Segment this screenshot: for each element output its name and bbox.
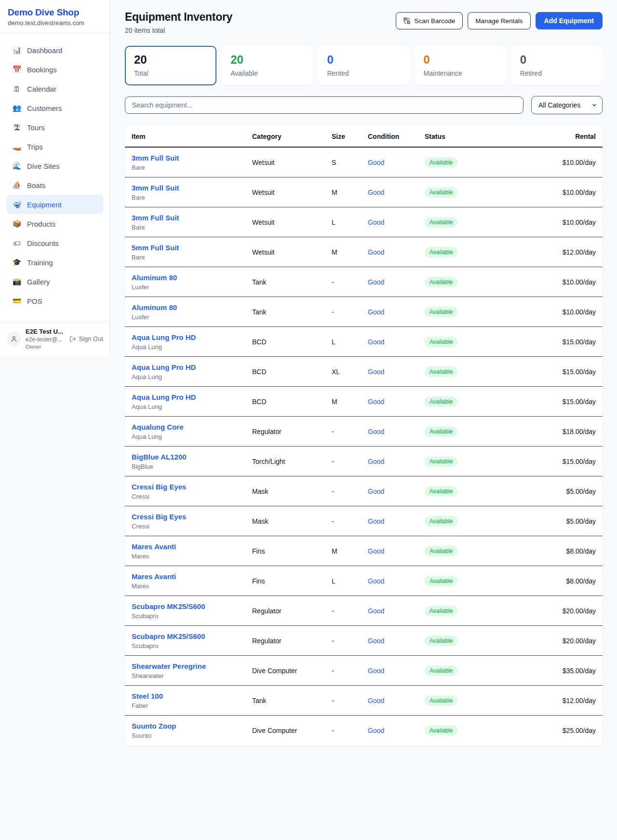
user-email: e2e-tester@... [26, 336, 65, 343]
status-badge: Available [425, 665, 457, 676]
item-name-link[interactable]: Cressi Big Eyes [132, 513, 186, 521]
item-name-link[interactable]: Cressi Big Eyes [132, 483, 186, 491]
customers-icon: 👥 [12, 104, 22, 112]
item-condition-link[interactable]: Good [368, 428, 425, 435]
item-name-link[interactable]: Mares Avanti [132, 572, 176, 581]
item-brand: Scubapro [132, 642, 252, 650]
item-condition-link[interactable]: Good [368, 488, 425, 495]
stat-card-rented[interactable]: 0 Rented [318, 46, 409, 85]
item-condition-link[interactable]: Good [368, 189, 425, 196]
item-condition-link[interactable]: Good [368, 458, 425, 465]
item-condition-link[interactable]: Good [368, 248, 425, 256]
sidebar-item-dashboard[interactable]: 📊 Dashboard [7, 41, 103, 60]
item-name-link[interactable]: Aluminum 80 [132, 303, 177, 312]
table-row: Aqua Lung Pro HD Aqua Lung BCD M Good Av… [125, 387, 603, 417]
manage-rentals-button[interactable]: Manage Rentals [468, 12, 530, 29]
sidebar-item-pos[interactable]: 💳 POS [7, 291, 103, 311]
item-name-link[interactable]: Mares Avanti [132, 542, 176, 551]
item-condition-link[interactable]: Good [368, 517, 425, 525]
status-badge: Available [425, 456, 457, 467]
item-name-link[interactable]: Aqua Lung Pro HD [132, 363, 196, 371]
stat-card-retired[interactable]: 0 Retired [511, 46, 603, 85]
search-input[interactable] [125, 96, 523, 114]
sidebar-item-label: Equipment [27, 201, 62, 209]
barcode-qr-icon [403, 17, 410, 24]
item-category: Dive Computer [252, 727, 332, 734]
item-name-link[interactable]: 3mm Full Suit [132, 184, 179, 192]
stat-card-total[interactable]: 20 Total [125, 46, 216, 85]
avatar [7, 332, 21, 346]
item-size: - [332, 308, 368, 316]
item-condition-link[interactable]: Good [368, 727, 425, 734]
item-condition-link[interactable]: Good [368, 368, 425, 376]
item-condition-link[interactable]: Good [368, 667, 425, 675]
table-row: Aluminum 80 Luxfer Tank - Good Available… [125, 267, 603, 297]
item-category: Regulator [252, 637, 332, 645]
item-brand: Bare [132, 164, 252, 171]
item-rental: $5.00/day [495, 517, 596, 525]
col-header-size: Size [332, 133, 368, 140]
sidebar-item-bookings[interactable]: 📅 Bookings [7, 60, 103, 79]
status-badge: Available [425, 307, 457, 317]
status-badge: Available [425, 695, 457, 706]
item-name-link[interactable]: 5mm Full Suit [132, 244, 179, 252]
sidebar-item-training[interactable]: 🎓 Training [7, 253, 103, 272]
sidebar-item-tours[interactable]: 🏝 Tours [7, 118, 103, 137]
item-condition-link[interactable]: Good [368, 697, 425, 705]
item-condition-link[interactable]: Good [368, 637, 425, 645]
scan-barcode-button[interactable]: Scan Barcode [396, 12, 463, 29]
brand-link[interactable]: Demo Dive Shop [8, 7, 102, 18]
item-name-link[interactable]: Steel 100 [132, 692, 163, 700]
sidebar-item-gallery[interactable]: 📸 Gallery [7, 272, 103, 291]
item-rental: $20.00/day [495, 607, 596, 615]
item-name-link[interactable]: BigBlue AL1200 [132, 453, 187, 461]
page-header-titles: Equipment Inventory 20 items total [125, 11, 232, 34]
sidebar: Demo Dive Shop demo.test.divestreams.com… [0, 0, 110, 357]
item-condition-link[interactable]: Good [368, 159, 425, 166]
item-category: BCD [252, 338, 332, 346]
item-name-link[interactable]: Aqualung Core [132, 423, 184, 431]
item-condition-link[interactable]: Good [368, 278, 425, 286]
sidebar-item-discounts[interactable]: 🏷 Discounts [7, 233, 103, 253]
item-name-link[interactable]: Scubapro MK25/S600 [132, 602, 205, 610]
item-condition-link[interactable]: Good [368, 218, 425, 226]
item-condition-link[interactable]: Good [368, 398, 425, 406]
item-condition-link[interactable]: Good [368, 547, 425, 555]
item-name-link[interactable]: Aqua Lung Pro HD [132, 333, 196, 341]
sidebar-item-products[interactable]: 📦 Products [7, 214, 103, 233]
status-badge: Available [425, 546, 457, 556]
item-brand: Luxfer [132, 284, 252, 291]
item-name-link[interactable]: 3mm Full Suit [132, 214, 179, 222]
sidebar-item-boats[interactable]: ⛵ Boats [7, 176, 103, 195]
sidebar-item-calendar[interactable]: 🗓 Calendar [7, 79, 103, 98]
item-size: - [332, 637, 368, 645]
item-name-link[interactable]: 3mm Full Suit [132, 154, 179, 162]
stat-card-available[interactable]: 20 Available [221, 46, 313, 85]
sidebar-item-customers[interactable]: 👥 Customers [7, 98, 103, 118]
item-name-link[interactable]: Shearwater Peregrine [132, 662, 206, 670]
item-rental: $10.00/day [495, 278, 596, 286]
sidebar-item-label: Products [27, 220, 55, 228]
item-condition-link[interactable]: Good [368, 607, 425, 615]
sidebar-item-equipment[interactable]: 🤿 Equipment [7, 195, 103, 214]
status-badge: Available [425, 576, 457, 586]
item-condition-link[interactable]: Good [368, 338, 425, 346]
sidebar-item-trips[interactable]: 🚤 Trips [7, 137, 103, 156]
sign-out-button[interactable]: Sign Out [69, 335, 103, 342]
item-name-link[interactable]: Aluminum 80 [132, 273, 177, 282]
add-equipment-button[interactable]: Add Equipment [536, 12, 603, 29]
table-row: Mares Avanti Mares Fins M Good Available… [125, 536, 603, 566]
item-name-link[interactable]: Suunto Zoop [132, 722, 176, 730]
col-header-category: Category [252, 133, 332, 140]
category-select[interactable]: All Categories [531, 96, 603, 114]
item-rental: $20.00/day [495, 637, 596, 645]
sidebar-item-dive-sites[interactable]: 🌊 Dive Sites [7, 156, 103, 176]
item-name-link[interactable]: Scubapro MK25/S600 [132, 632, 205, 640]
item-rental: $25.00/day [495, 727, 596, 734]
sidebar-item-label: Bookings [27, 66, 57, 74]
item-condition-link[interactable]: Good [368, 308, 425, 316]
item-condition-link[interactable]: Good [368, 577, 425, 585]
stat-card-maintenance[interactable]: 0 Maintenance [415, 46, 506, 85]
table-row: Aluminum 80 Luxfer Tank - Good Available… [125, 297, 603, 327]
item-name-link[interactable]: Aqua Lung Pro HD [132, 393, 196, 401]
